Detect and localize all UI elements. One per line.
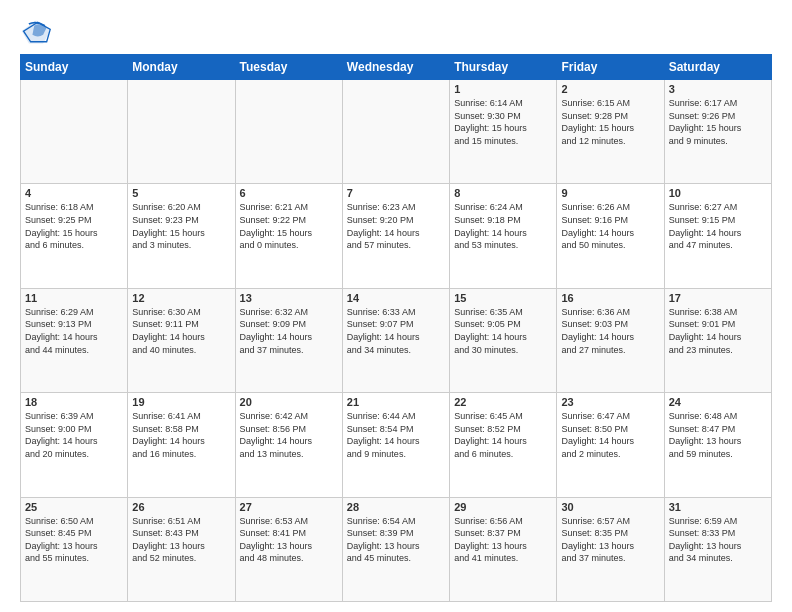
logo (20, 18, 56, 46)
cell-info: Sunrise: 6:15 AMSunset: 9:28 PMDaylight:… (561, 97, 659, 147)
calendar-cell: 19Sunrise: 6:41 AMSunset: 8:58 PMDayligh… (128, 393, 235, 497)
day-header-saturday: Saturday (664, 55, 771, 80)
page: SundayMondayTuesdayWednesdayThursdayFrid… (0, 0, 792, 612)
calendar-cell: 17Sunrise: 6:38 AMSunset: 9:01 PMDayligh… (664, 288, 771, 392)
calendar-cell: 27Sunrise: 6:53 AMSunset: 8:41 PMDayligh… (235, 497, 342, 601)
calendar-cell: 14Sunrise: 6:33 AMSunset: 9:07 PMDayligh… (342, 288, 449, 392)
week-row-2: 11Sunrise: 6:29 AMSunset: 9:13 PMDayligh… (21, 288, 772, 392)
cell-info: Sunrise: 6:54 AMSunset: 8:39 PMDaylight:… (347, 515, 445, 565)
calendar-cell: 1Sunrise: 6:14 AMSunset: 9:30 PMDaylight… (450, 80, 557, 184)
calendar-cell: 10Sunrise: 6:27 AMSunset: 9:15 PMDayligh… (664, 184, 771, 288)
calendar-cell: 3Sunrise: 6:17 AMSunset: 9:26 PMDaylight… (664, 80, 771, 184)
day-header-tuesday: Tuesday (235, 55, 342, 80)
day-number: 19 (132, 396, 230, 408)
week-row-1: 4Sunrise: 6:18 AMSunset: 9:25 PMDaylight… (21, 184, 772, 288)
day-number: 21 (347, 396, 445, 408)
day-number: 17 (669, 292, 767, 304)
calendar-cell: 9Sunrise: 6:26 AMSunset: 9:16 PMDaylight… (557, 184, 664, 288)
cell-info: Sunrise: 6:17 AMSunset: 9:26 PMDaylight:… (669, 97, 767, 147)
calendar-cell: 8Sunrise: 6:24 AMSunset: 9:18 PMDaylight… (450, 184, 557, 288)
calendar-cell: 15Sunrise: 6:35 AMSunset: 9:05 PMDayligh… (450, 288, 557, 392)
day-number: 13 (240, 292, 338, 304)
cell-info: Sunrise: 6:35 AMSunset: 9:05 PMDaylight:… (454, 306, 552, 356)
calendar-body: 1Sunrise: 6:14 AMSunset: 9:30 PMDaylight… (21, 80, 772, 602)
day-number: 15 (454, 292, 552, 304)
day-number: 27 (240, 501, 338, 513)
calendar-cell: 24Sunrise: 6:48 AMSunset: 8:47 PMDayligh… (664, 393, 771, 497)
cell-info: Sunrise: 6:57 AMSunset: 8:35 PMDaylight:… (561, 515, 659, 565)
calendar-cell: 26Sunrise: 6:51 AMSunset: 8:43 PMDayligh… (128, 497, 235, 601)
cell-info: Sunrise: 6:42 AMSunset: 8:56 PMDaylight:… (240, 410, 338, 460)
calendar-cell: 22Sunrise: 6:45 AMSunset: 8:52 PMDayligh… (450, 393, 557, 497)
calendar-cell: 20Sunrise: 6:42 AMSunset: 8:56 PMDayligh… (235, 393, 342, 497)
day-number: 23 (561, 396, 659, 408)
calendar-cell: 31Sunrise: 6:59 AMSunset: 8:33 PMDayligh… (664, 497, 771, 601)
day-number: 29 (454, 501, 552, 513)
calendar-cell (342, 80, 449, 184)
cell-info: Sunrise: 6:24 AMSunset: 9:18 PMDaylight:… (454, 201, 552, 251)
day-header-sunday: Sunday (21, 55, 128, 80)
header (20, 18, 772, 46)
cell-info: Sunrise: 6:27 AMSunset: 9:15 PMDaylight:… (669, 201, 767, 251)
calendar-header: SundayMondayTuesdayWednesdayThursdayFrid… (21, 55, 772, 80)
cell-info: Sunrise: 6:14 AMSunset: 9:30 PMDaylight:… (454, 97, 552, 147)
calendar-cell: 28Sunrise: 6:54 AMSunset: 8:39 PMDayligh… (342, 497, 449, 601)
day-number: 20 (240, 396, 338, 408)
calendar-cell: 5Sunrise: 6:20 AMSunset: 9:23 PMDaylight… (128, 184, 235, 288)
cell-info: Sunrise: 6:39 AMSunset: 9:00 PMDaylight:… (25, 410, 123, 460)
day-header-friday: Friday (557, 55, 664, 80)
calendar-cell: 7Sunrise: 6:23 AMSunset: 9:20 PMDaylight… (342, 184, 449, 288)
cell-info: Sunrise: 6:29 AMSunset: 9:13 PMDaylight:… (25, 306, 123, 356)
calendar: SundayMondayTuesdayWednesdayThursdayFrid… (20, 54, 772, 602)
calendar-cell: 29Sunrise: 6:56 AMSunset: 8:37 PMDayligh… (450, 497, 557, 601)
cell-info: Sunrise: 6:36 AMSunset: 9:03 PMDaylight:… (561, 306, 659, 356)
day-number: 5 (132, 187, 230, 199)
day-header-thursday: Thursday (450, 55, 557, 80)
day-header-monday: Monday (128, 55, 235, 80)
day-number: 22 (454, 396, 552, 408)
day-number: 8 (454, 187, 552, 199)
calendar-cell: 11Sunrise: 6:29 AMSunset: 9:13 PMDayligh… (21, 288, 128, 392)
calendar-cell: 16Sunrise: 6:36 AMSunset: 9:03 PMDayligh… (557, 288, 664, 392)
header-row: SundayMondayTuesdayWednesdayThursdayFrid… (21, 55, 772, 80)
calendar-cell (21, 80, 128, 184)
day-number: 28 (347, 501, 445, 513)
day-number: 6 (240, 187, 338, 199)
week-row-4: 25Sunrise: 6:50 AMSunset: 8:45 PMDayligh… (21, 497, 772, 601)
calendar-cell: 4Sunrise: 6:18 AMSunset: 9:25 PMDaylight… (21, 184, 128, 288)
day-number: 10 (669, 187, 767, 199)
calendar-cell: 18Sunrise: 6:39 AMSunset: 9:00 PMDayligh… (21, 393, 128, 497)
cell-info: Sunrise: 6:32 AMSunset: 9:09 PMDaylight:… (240, 306, 338, 356)
calendar-table: SundayMondayTuesdayWednesdayThursdayFrid… (20, 54, 772, 602)
day-number: 16 (561, 292, 659, 304)
day-number: 7 (347, 187, 445, 199)
cell-info: Sunrise: 6:44 AMSunset: 8:54 PMDaylight:… (347, 410, 445, 460)
cell-info: Sunrise: 6:45 AMSunset: 8:52 PMDaylight:… (454, 410, 552, 460)
cell-info: Sunrise: 6:53 AMSunset: 8:41 PMDaylight:… (240, 515, 338, 565)
cell-info: Sunrise: 6:48 AMSunset: 8:47 PMDaylight:… (669, 410, 767, 460)
cell-info: Sunrise: 6:21 AMSunset: 9:22 PMDaylight:… (240, 201, 338, 251)
cell-info: Sunrise: 6:56 AMSunset: 8:37 PMDaylight:… (454, 515, 552, 565)
day-header-wednesday: Wednesday (342, 55, 449, 80)
day-number: 26 (132, 501, 230, 513)
cell-info: Sunrise: 6:59 AMSunset: 8:33 PMDaylight:… (669, 515, 767, 565)
calendar-cell: 25Sunrise: 6:50 AMSunset: 8:45 PMDayligh… (21, 497, 128, 601)
day-number: 14 (347, 292, 445, 304)
cell-info: Sunrise: 6:30 AMSunset: 9:11 PMDaylight:… (132, 306, 230, 356)
day-number: 4 (25, 187, 123, 199)
day-number: 31 (669, 501, 767, 513)
cell-info: Sunrise: 6:50 AMSunset: 8:45 PMDaylight:… (25, 515, 123, 565)
cell-info: Sunrise: 6:33 AMSunset: 9:07 PMDaylight:… (347, 306, 445, 356)
cell-info: Sunrise: 6:41 AMSunset: 8:58 PMDaylight:… (132, 410, 230, 460)
day-number: 1 (454, 83, 552, 95)
day-number: 12 (132, 292, 230, 304)
week-row-3: 18Sunrise: 6:39 AMSunset: 9:00 PMDayligh… (21, 393, 772, 497)
cell-info: Sunrise: 6:23 AMSunset: 9:20 PMDaylight:… (347, 201, 445, 251)
logo-icon (20, 18, 52, 46)
calendar-cell (128, 80, 235, 184)
cell-info: Sunrise: 6:51 AMSunset: 8:43 PMDaylight:… (132, 515, 230, 565)
calendar-cell: 21Sunrise: 6:44 AMSunset: 8:54 PMDayligh… (342, 393, 449, 497)
calendar-cell: 12Sunrise: 6:30 AMSunset: 9:11 PMDayligh… (128, 288, 235, 392)
week-row-0: 1Sunrise: 6:14 AMSunset: 9:30 PMDaylight… (21, 80, 772, 184)
calendar-cell: 2Sunrise: 6:15 AMSunset: 9:28 PMDaylight… (557, 80, 664, 184)
